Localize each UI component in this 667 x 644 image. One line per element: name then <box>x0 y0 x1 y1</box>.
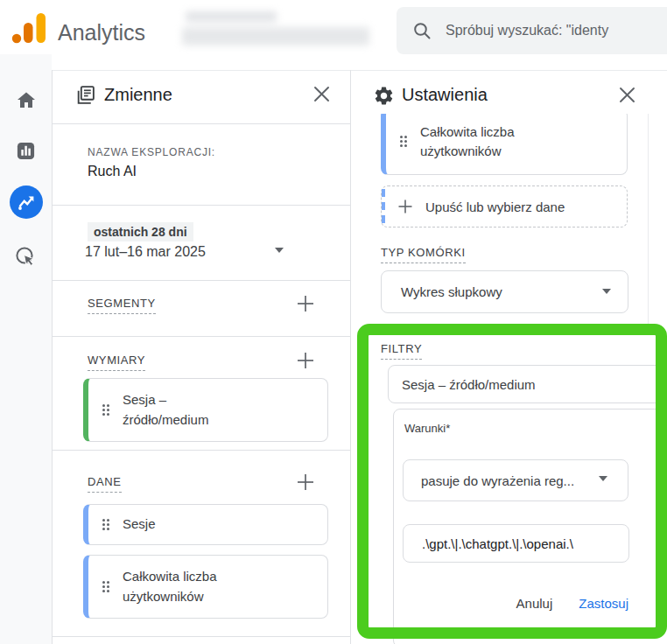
explore-icon <box>10 186 43 219</box>
settings-panel-header: Ustawienia <box>351 71 667 114</box>
chip-label: Całkowita liczba użytkowników <box>123 567 256 606</box>
drop-zone-accent <box>382 189 385 224</box>
google-analytics-logo-icon <box>11 10 49 46</box>
filter-field-label: Sesja – źródło/medium <box>402 377 536 392</box>
drag-handle-icon[interactable] <box>102 404 110 416</box>
exploration-name-label: NAZWA EKSPLORACJI: <box>88 146 215 158</box>
panel-divider <box>350 70 351 644</box>
cell-type-select[interactable]: Wykres słupkowy <box>381 270 628 313</box>
condition-type-value: pasuje do wyrażenia reg... <box>421 473 574 488</box>
chevron-down-icon <box>599 476 607 481</box>
date-range-picker[interactable]: ostatnich 28 dni 17 lut–16 mar 2025 <box>88 222 206 260</box>
metric-chip[interactable]: Sesje <box>83 504 328 545</box>
explore-arrow-icon <box>17 192 36 212</box>
search-placeholder: Spróbuj wyszukać: "identy <box>446 23 608 38</box>
google-analytics-logo[interactable] <box>11 10 49 46</box>
search-bar[interactable]: Spróbuj wyszukać: "identy <box>397 7 667 54</box>
nav-advertising[interactable] <box>0 246 52 268</box>
drag-handle-icon[interactable] <box>102 519 110 531</box>
dimensions-section-label: WYMIARY <box>88 354 145 371</box>
plus-icon <box>295 472 316 493</box>
dimension-chip[interactable]: Sesja – źródło/medium <box>83 378 328 442</box>
divider <box>53 636 350 637</box>
metric-chip[interactable]: Całkowita liczba użytkowników <box>83 555 328 619</box>
chevron-down-icon <box>275 248 284 253</box>
cancel-button[interactable]: Anuluj <box>516 596 553 611</box>
advertising-icon <box>15 246 37 268</box>
variables-close-button[interactable] <box>313 86 330 106</box>
filter-field-row[interactable]: Sesja – źródło/medium <box>388 365 667 403</box>
variables-panel-title: Zmienne <box>104 85 172 105</box>
divider <box>53 450 350 451</box>
divider <box>53 123 350 124</box>
divider <box>53 336 350 337</box>
drag-handle-icon[interactable] <box>102 581 110 593</box>
settings-close-button[interactable] <box>619 87 635 107</box>
date-preset: ostatnich 28 dni <box>88 222 193 242</box>
plus-icon <box>397 198 414 215</box>
close-icon <box>313 86 330 102</box>
chip-label: Sesje <box>123 514 156 535</box>
chip-label: Całkowita liczba użytkowników <box>420 122 553 162</box>
cell-type-value: Wykres słupkowy <box>401 284 502 299</box>
conditions-label: Warunki* <box>404 422 450 435</box>
add-metric-button[interactable] <box>295 472 316 496</box>
close-icon <box>619 87 635 103</box>
search-icon <box>412 21 432 40</box>
bar-chart-icon <box>16 141 36 161</box>
condition-value-text: .\gpt.\|.\chatgpt.\|.\openai.\ <box>422 536 573 551</box>
values-metric-chip[interactable]: Całkowita liczba użytkowników <box>381 108 628 175</box>
add-segment-button[interactable] <box>295 293 316 318</box>
date-range-value: 17 lut–16 mar 2025 <box>85 244 206 260</box>
settings-panel-title: Ustawienia <box>402 85 488 105</box>
gear-icon <box>373 85 395 110</box>
chevron-down-icon <box>602 289 611 294</box>
filters-section-label: FILTRY <box>381 342 422 360</box>
ga4-explorations-app: Analytics Spróbuj wyszukać: "identy <box>0 0 667 644</box>
plus-icon <box>295 350 316 371</box>
divider <box>53 280 350 281</box>
segments-section-label: SEGMENTY <box>88 297 156 314</box>
drop-zone-label: Upuść lub wybierz dane <box>425 200 565 214</box>
redacted-text-line <box>186 11 277 22</box>
cell-type-label: TYP KOMÓRKI <box>381 246 466 263</box>
metrics-section-label: DANE <box>88 475 122 493</box>
redacted-account-name <box>179 7 375 49</box>
variables-icon <box>74 84 96 109</box>
nav-home[interactable] <box>0 90 52 111</box>
redacted-text-line <box>182 27 369 46</box>
exploration-name-value[interactable]: Ruch AI <box>88 164 137 179</box>
nav-explore-active[interactable] <box>0 186 52 219</box>
filter-conditions-card: Warunki* pasuje do wyrażenia reg... .\gp… <box>393 409 667 644</box>
nav-reports[interactable] <box>0 141 52 161</box>
drag-handle-icon[interactable] <box>400 136 408 148</box>
filter-buttons-row: Anuluj Zastosuj <box>403 596 628 611</box>
condition-type-select[interactable]: pasuje do wyrażenia reg... <box>403 459 628 501</box>
app-title: Analytics <box>58 20 145 46</box>
condition-value-input[interactable]: .\gpt.\|.\chatgpt.\|.\openai.\ <box>403 524 629 563</box>
apply-button[interactable]: Zastosuj <box>579 596 628 611</box>
plus-icon <box>295 293 316 314</box>
home-icon <box>16 90 37 111</box>
chip-label: Sesja – źródło/medium <box>123 390 236 430</box>
add-dimension-button[interactable] <box>295 350 316 374</box>
metric-drop-zone[interactable]: Upuść lub wybierz dane <box>381 186 628 228</box>
divider <box>53 205 350 206</box>
rail-divider <box>52 70 53 644</box>
